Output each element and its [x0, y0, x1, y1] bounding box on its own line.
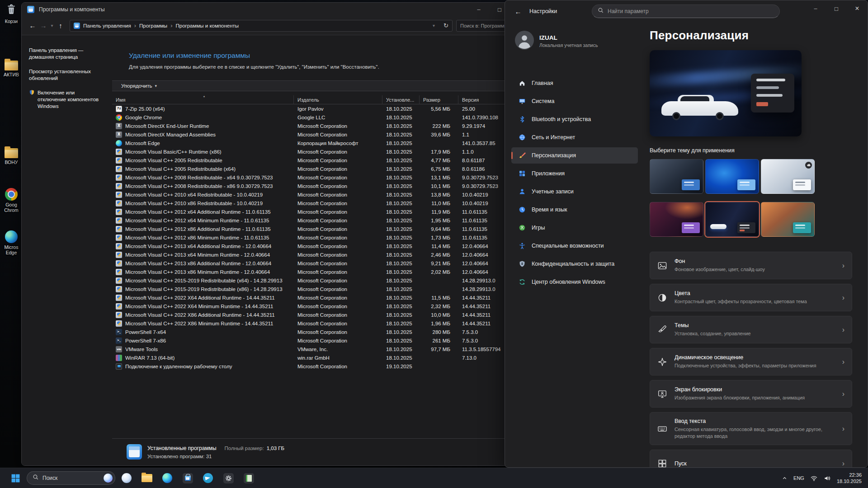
sidebar-item-privacy-security[interactable]: Конфиденциальность и защита: [511, 256, 638, 272]
sidebar-link-home[interactable]: Панель управления — домашняя страница: [29, 47, 101, 61]
program-row[interactable]: Microsoft Visual C++ 2005 Redistributabl…: [112, 156, 531, 164]
sidebar-item-time-language[interactable]: Время и язык: [511, 202, 638, 218]
sidebar-item-network-internet[interactable]: Сеть и Интернет: [511, 129, 638, 145]
program-row[interactable]: Microsoft Visual C++ 2022 X64 Additional…: [112, 293, 531, 302]
setting-row-dynamic-lighting[interactable]: Динамическое освещениеПодключенные устро…: [650, 348, 852, 375]
program-row[interactable]: Microsoft Visual C++ 2012 x86 Minimum Ru…: [112, 233, 531, 242]
program-row[interactable]: Microsoft DirectX Managed Assemblies Mic…: [112, 130, 531, 139]
program-row[interactable]: PowerShell 7-x64 Microsoft Corporation 1…: [112, 328, 531, 336]
start-button[interactable]: [6, 469, 24, 487]
setting-row-start[interactable]: Пуск: [650, 450, 852, 468]
settings-button[interactable]: [219, 469, 237, 487]
program-row[interactable]: Google Chrome Google LLC 18.10.2025 141.…: [112, 113, 531, 122]
program-row[interactable]: Microsoft Visual C++ 2022 X64 Minimum Ru…: [112, 302, 531, 310]
program-row[interactable]: Microsoft DirectX End-User Runtime Micro…: [112, 122, 531, 130]
sidebar-item-bluetooth-devices[interactable]: Bluetooth и устройства: [511, 111, 638, 127]
desktop-icon-recycle-bin[interactable]: Корзи: [1, 3, 22, 24]
sidebar-item-apps[interactable]: Приложения: [511, 165, 638, 182]
theme-card-6[interactable]: [761, 202, 815, 237]
minimize-button[interactable]: [468, 3, 489, 16]
program-row[interactable]: Microsoft Visual C++ 2005 Redistributabl…: [112, 164, 531, 173]
program-row[interactable]: Microsoft Visual C++ 2010 x86 Redistribu…: [112, 199, 531, 207]
column-header-installed[interactable]: Установле...: [382, 95, 420, 104]
user-account[interactable]: IZUAL Локальная учетная запись: [515, 31, 638, 52]
breadcrumb-segment[interactable]: Программы: [136, 23, 170, 28]
up-button[interactable]: [55, 22, 66, 29]
column-header-size[interactable]: Размер: [420, 95, 458, 104]
desktop-icon-microsoft-edge[interactable]: Micros Edge: [1, 229, 22, 255]
desktop-icon-vonu[interactable]: ВОНУ: [1, 145, 22, 165]
telegram-button[interactable]: [199, 469, 217, 487]
program-row[interactable]: Microsoft Visual C++ 2013 x86 Additional…: [112, 259, 531, 267]
edge-button[interactable]: [158, 469, 176, 487]
organize-button[interactable]: Упорядочить: [121, 83, 152, 89]
program-row[interactable]: Microsoft Visual C++ 2022 X86 Minimum Ru…: [112, 319, 531, 328]
theme-card-3[interactable]: [761, 159, 815, 194]
clock[interactable]: 22:36 18.10.2025: [837, 472, 862, 485]
program-row[interactable]: Microsoft Visual C++ 2022 X86 Additional…: [112, 310, 531, 319]
program-row[interactable]: Microsoft Visual C++ 2015-2019 Redistrib…: [112, 285, 531, 293]
theme-card-5-selected[interactable]: [705, 202, 759, 237]
forward-button[interactable]: [38, 22, 49, 29]
setting-row-background[interactable]: ФонФоновое изображение, цвет, слайд-шоу: [650, 252, 852, 279]
program-row[interactable]: Подключение к удаленному рабочему столу …: [112, 362, 531, 371]
refresh-icon[interactable]: [443, 22, 448, 29]
program-row[interactable]: Microsoft Visual C++ 2010 x64 Redistribu…: [112, 190, 531, 199]
volume-icon[interactable]: [824, 475, 830, 482]
minimize-button[interactable]: [805, 0, 826, 17]
program-row[interactable]: Microsoft Visual C++ 2008 Redistributabl…: [112, 173, 531, 182]
program-row[interactable]: WinRAR 7.13 (64-bit) win.rar GmbH 18.10.…: [112, 353, 531, 362]
hidden-icons-chevron[interactable]: [782, 476, 787, 481]
program-row[interactable]: Microsoft Visual C++ 2013 x64 Minimum Ru…: [112, 250, 531, 259]
desktop-icon-aktiv[interactable]: АКТИВ: [1, 58, 22, 77]
settings-titlebar[interactable]: Настройки Найти параметр: [505, 0, 868, 22]
program-row[interactable]: Microsoft Visual C++ 2012 x64 Additional…: [112, 207, 531, 216]
sidebar-item-home[interactable]: Главная: [511, 75, 638, 91]
notepad-plus-button[interactable]: [240, 469, 258, 487]
sidebar-item-personalization[interactable]: Персонализация: [511, 147, 638, 164]
sidebar-item-system[interactable]: Система: [511, 93, 638, 109]
back-button[interactable]: [511, 5, 525, 18]
program-row[interactable]: Microsoft Visual C++ 2015-2019 Redistrib…: [112, 276, 531, 285]
setting-row-text-input[interactable]: Ввод текстаСенсорная клавиатура, голосов…: [650, 412, 852, 445]
program-row[interactable]: VMware Tools VMware, Inc. 18.10.2025 97,…: [112, 345, 531, 353]
store-button[interactable]: [179, 469, 197, 487]
language-indicator[interactable]: ENG: [793, 475, 804, 481]
close-button[interactable]: [847, 0, 868, 17]
wifi-icon[interactable]: [811, 475, 817, 482]
program-row[interactable]: Microsoft Visual Basic/C++ Runtime (x86)…: [112, 147, 531, 156]
column-header-name[interactable]: Имя: [112, 95, 294, 104]
sidebar-item-windows-update[interactable]: Центр обновления Windows: [511, 274, 638, 290]
maximize-button[interactable]: [826, 0, 847, 17]
breadcrumb[interactable]: Панель управления Программы Программы и …: [70, 20, 453, 32]
program-row[interactable]: Microsoft Visual C++ 2013 x64 Additional…: [112, 242, 531, 250]
settings-search-input[interactable]: Найти параметр: [592, 5, 780, 18]
program-row[interactable]: Microsoft Visual C++ 2012 x64 Minimum Ru…: [112, 216, 531, 225]
sidebar-link-installed-updates[interactable]: Просмотр установленных обновлений: [29, 68, 101, 82]
program-row[interactable]: Microsoft Edge Корпорация Майкрософт 18.…: [112, 139, 531, 147]
theme-card-4[interactable]: [650, 202, 703, 237]
sidebar-item-gaming[interactable]: Игры: [511, 220, 638, 236]
file-explorer-button[interactable]: [138, 469, 156, 487]
setting-row-themes[interactable]: ТемыУстановка, создание, управление: [650, 316, 852, 343]
program-row[interactable]: 7-Zip 25.00 (x64) Igor Pavlov 18.10.2025…: [112, 104, 531, 113]
sidebar-item-accounts[interactable]: Учетные записи: [511, 183, 638, 200]
sidebar-link-windows-features[interactable]: Включение или отключение компонентов Win…: [29, 89, 101, 110]
breadcrumb-segment[interactable]: Программы и компоненты: [172, 23, 242, 28]
copilot-button[interactable]: [118, 469, 136, 487]
address-dropdown-icon[interactable]: [433, 23, 439, 28]
desktop-icon-google-chrome[interactable]: Goog Chrom: [1, 186, 22, 213]
column-header-publisher[interactable]: Издатель: [294, 95, 382, 104]
back-button[interactable]: [27, 22, 38, 29]
setting-row-colors[interactable]: ЦветаКонтрастный цвет, эффекты прозрачно…: [650, 284, 852, 311]
program-row[interactable]: Microsoft Visual C++ 2012 x86 Additional…: [112, 225, 531, 233]
programs-titlebar[interactable]: Программы и компоненты: [22, 3, 531, 16]
setting-row-lock-screen[interactable]: Экран блокировкиИзображения экрана блоки…: [650, 380, 852, 408]
program-row[interactable]: Microsoft Visual C++ 2008 Redistributabl…: [112, 182, 531, 190]
sidebar-item-accessibility[interactable]: Специальные возможности: [511, 238, 638, 254]
program-row[interactable]: PowerShell 7-x86 Microsoft Corporation 1…: [112, 336, 531, 345]
taskbar-search-box[interactable]: Поиск: [27, 471, 115, 485]
breadcrumb-segment[interactable]: Панель управления: [80, 23, 134, 28]
theme-card-1[interactable]: [650, 159, 703, 194]
theme-card-2[interactable]: [705, 159, 759, 194]
